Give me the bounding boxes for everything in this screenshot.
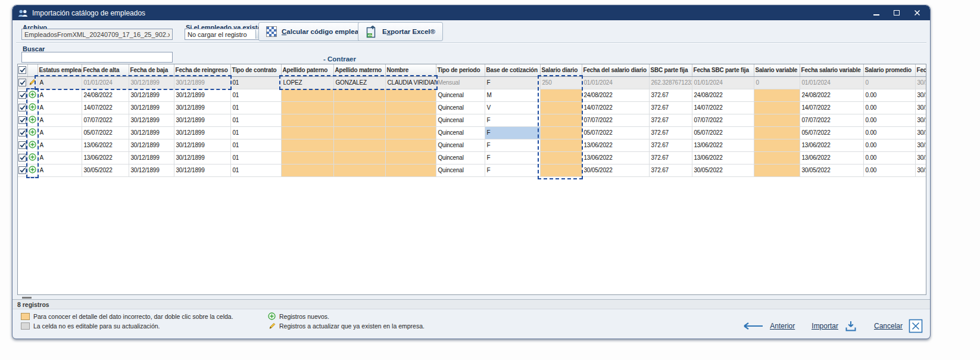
cell-r1-c6[interactable] [333, 89, 385, 101]
cell-r2-c14[interactable] [754, 101, 800, 114]
cell-r3-c15[interactable]: 07/07/2022 [800, 114, 863, 126]
cell-r5-c5[interactable] [281, 139, 333, 151]
select-all-checkbox[interactable] [18, 66, 26, 74]
cell-r1-c16[interactable]: 0.00 [863, 89, 915, 101]
cell-r6-c6[interactable] [333, 151, 385, 164]
cell-r0-c17[interactable]: 30/1 [915, 76, 926, 89]
column-header-6[interactable]: Apellido materno [333, 64, 385, 76]
cell-r2-c12[interactable]: 372.67 [649, 101, 692, 114]
cell-r6-c8[interactable]: Quincenal [436, 151, 485, 164]
cell-r2-c8[interactable]: Quincenal [436, 101, 485, 114]
cell-r5-c0[interactable]: A [38, 139, 82, 151]
cell-r7-c7[interactable] [385, 164, 436, 176]
cell-r2-c0[interactable]: A [38, 101, 82, 114]
column-header-7[interactable]: Nombre [385, 64, 436, 76]
row-select-cell[interactable] [18, 139, 27, 151]
cell-r6-c15[interactable]: 13/06/2022 [800, 151, 863, 164]
cell-r6-c9[interactable]: F [485, 151, 540, 164]
cell-r0-c5[interactable]: LOPEZ [281, 76, 333, 89]
maximize-button[interactable] [890, 8, 904, 18]
cell-r5-c9[interactable]: F [485, 139, 540, 151]
row-checkbox[interactable] [18, 104, 26, 111]
cell-r4-c4[interactable]: 01 [230, 126, 281, 139]
cell-r4-c10[interactable] [540, 126, 582, 139]
cell-r6-c3[interactable]: 30/12/1899 [174, 151, 230, 164]
cell-r6-c16[interactable]: 0.00 [863, 151, 915, 164]
cell-r5-c11[interactable]: 13/06/2022 [582, 139, 649, 151]
cell-r4-c3[interactable]: 30/12/1899 [174, 126, 230, 139]
cell-r5-c2[interactable]: 30/12/1899 [129, 139, 174, 151]
cell-r7-c8[interactable]: Quincenal [436, 164, 485, 176]
cell-r0-c13[interactable]: 01/01/2024 [692, 76, 754, 89]
cell-r2-c1[interactable]: 14/07/2022 [82, 101, 129, 114]
cell-r7-c5[interactable] [281, 164, 333, 176]
row-checkbox[interactable] [18, 141, 26, 149]
if-exists-select[interactable]: No cargar el registro [185, 29, 266, 40]
cell-r0-c16[interactable]: 0 [863, 76, 915, 89]
cell-r0-c15[interactable]: 01/01/2024 [800, 76, 863, 89]
close-button[interactable] [910, 8, 924, 18]
cell-r3-c1[interactable]: 07/07/2022 [82, 114, 129, 126]
cell-r5-c7[interactable] [385, 139, 436, 151]
cell-r2-c5[interactable] [281, 101, 333, 114]
cell-r2-c17[interactable]: 30/1 [915, 101, 926, 114]
cell-r7-c16[interactable]: 0.00 [863, 164, 915, 176]
anterior-button[interactable]: Anterior [770, 322, 795, 330]
contraer-link[interactable]: - Contraer [323, 55, 356, 63]
cell-r6-c5[interactable] [281, 151, 333, 164]
cell-r4-c5[interactable] [281, 126, 333, 139]
cell-r1-c4[interactable]: 01 [230, 89, 281, 101]
row-select-cell[interactable] [18, 151, 27, 164]
cell-r3-c4[interactable]: 01 [230, 114, 281, 126]
cell-r3-c5[interactable] [281, 114, 333, 126]
column-header-2[interactable]: Fecha de baja [129, 64, 174, 76]
cancelar-button[interactable]: Cancelar [874, 322, 903, 330]
cell-r4-c0[interactable]: A [38, 126, 82, 139]
cell-r4-c13[interactable]: 05/07/2022 [692, 126, 754, 139]
cell-r1-c8[interactable]: Quincenal [436, 89, 485, 101]
select-all-header[interactable] [18, 64, 27, 76]
cell-r3-c13[interactable]: 07/07/2022 [692, 114, 754, 126]
cell-r4-c16[interactable]: 0.00 [863, 126, 915, 139]
cell-r5-c13[interactable]: 13/06/2022 [692, 139, 754, 151]
column-header-8[interactable]: Tipo de periodo [436, 64, 485, 76]
cell-r4-c6[interactable] [333, 126, 385, 139]
cell-r3-c7[interactable] [385, 114, 436, 126]
cell-r2-c6[interactable] [333, 101, 385, 114]
importar-button[interactable]: Importar [812, 322, 838, 330]
cell-r3-c11[interactable]: 07/07/2022 [582, 114, 649, 126]
search-input[interactable] [21, 52, 173, 63]
cell-r5-c3[interactable]: 30/12/1899 [174, 139, 230, 151]
cell-r2-c7[interactable] [385, 101, 436, 114]
cell-r4-c2[interactable]: 30/12/1899 [129, 126, 174, 139]
row-select-cell[interactable] [18, 164, 27, 176]
cell-r6-c1[interactable]: 13/06/2022 [82, 151, 129, 164]
cell-r1-c9[interactable]: M [485, 89, 540, 101]
cell-r4-c17[interactable]: 30/1 [915, 126, 926, 139]
row-checkbox[interactable] [18, 79, 26, 86]
cell-r0-c2[interactable]: 30/12/1899 [129, 76, 174, 89]
cell-r3-c8[interactable]: Quincenal [436, 114, 485, 126]
cell-r7-c15[interactable]: 30/05/2022 [800, 164, 863, 176]
cell-r3-c12[interactable]: 372.67 [649, 114, 692, 126]
row-checkbox[interactable] [18, 154, 26, 162]
cell-r0-c6[interactable]: GONZALEZ [333, 76, 385, 89]
cell-r7-c14[interactable] [754, 164, 800, 176]
cell-r0-c0[interactable]: A [38, 76, 82, 89]
column-header-15[interactable]: Fecha salario variable [800, 64, 863, 76]
cell-r6-c14[interactable] [754, 151, 800, 164]
cell-r5-c4[interactable]: 01 [230, 139, 281, 151]
cell-r0-c3[interactable]: 30/12/1899 [174, 76, 230, 89]
cell-r5-c10[interactable] [540, 139, 582, 151]
cell-r7-c12[interactable]: 372.67 [649, 164, 692, 176]
column-header-9[interactable]: Base de cotización [485, 64, 540, 76]
row-select-cell[interactable] [18, 114, 27, 126]
cell-r1-c11[interactable]: 24/08/2022 [582, 89, 649, 101]
cell-r2-c4[interactable]: 01 [230, 101, 281, 114]
row-checkbox[interactable] [18, 166, 26, 174]
cell-r3-c2[interactable]: 30/12/1899 [129, 114, 174, 126]
cell-r6-c2[interactable]: 30/12/1899 [129, 151, 174, 164]
cell-r5-c1[interactable]: 13/06/2022 [82, 139, 129, 151]
cell-r4-c11[interactable]: 05/07/2022 [582, 126, 649, 139]
cell-r0-c14[interactable]: 0 [754, 76, 800, 89]
